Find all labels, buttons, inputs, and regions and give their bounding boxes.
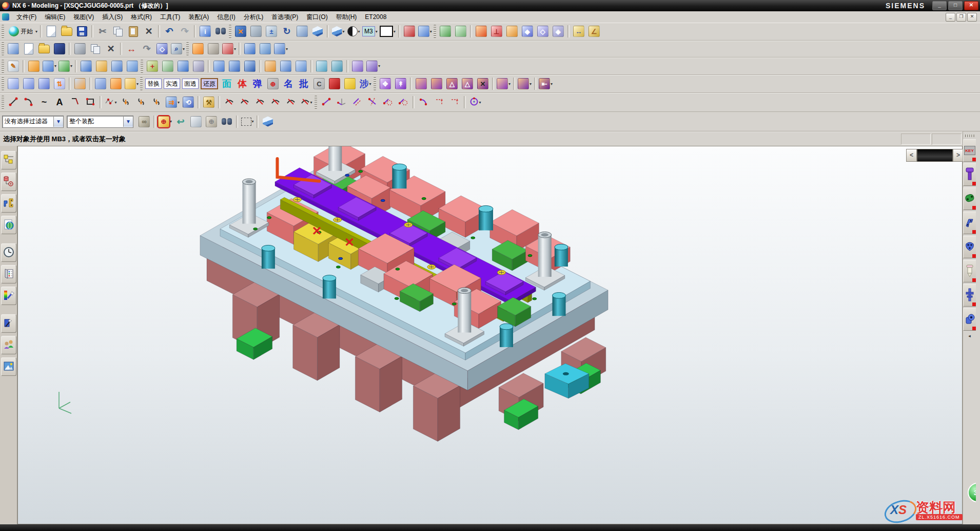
split-body-icon[interactable]	[330, 59, 344, 73]
mirror-feature-icon[interactable]: ▾	[366, 59, 381, 73]
palettes-button[interactable]	[1, 357, 16, 376]
new-icon[interactable]	[44, 24, 58, 39]
dropdown-arrow-icon[interactable]: ▾	[178, 100, 180, 105]
pilot-part-button[interactable]	[963, 260, 976, 282]
pin-part-button[interactable]	[963, 284, 976, 307]
delete-icon[interactable]: ✕	[142, 24, 156, 39]
sequence-icon[interactable]	[206, 42, 221, 56]
unite-icon[interactable]	[212, 59, 226, 73]
spring-tool[interactable]: 弹	[250, 77, 265, 91]
snap-point-icon[interactable]: ⊕▾	[158, 115, 172, 129]
revolve-icon[interactable]	[94, 59, 109, 73]
face-tool[interactable]: 面	[220, 77, 234, 91]
menu-item-9[interactable]: 首选项(P)	[267, 12, 302, 22]
explosion-icon[interactable]	[191, 42, 205, 56]
graphics-viewport[interactable]: ✕✕ < > XS 资料网 ZL.X51616.COM	[17, 146, 963, 524]
batch-tool[interactable]: 批	[297, 77, 311, 91]
edit-cross-section-icon[interactable]: ⇤▾	[538, 77, 553, 91]
sketch-circle-icon[interactable]: ▾	[468, 95, 482, 109]
body-tool[interactable]: 体	[235, 77, 249, 91]
shaded-cube-icon[interactable]	[261, 115, 275, 129]
replace-face-icon[interactable]	[429, 77, 444, 91]
redo-icon[interactable]: ↷	[178, 24, 192, 39]
dropdown-arrow-icon[interactable]: ▾	[310, 100, 312, 105]
menu-item-6[interactable]: 装配(A)	[184, 12, 213, 22]
new-window-icon[interactable]	[402, 24, 417, 39]
dropdown-arrow-icon[interactable]: ▾	[508, 82, 511, 86]
menu-item-11[interactable]: 帮助(H)	[332, 12, 361, 22]
datum-display-icon[interactable]	[474, 24, 488, 39]
zoom-icon[interactable]: ±	[264, 24, 279, 39]
chevron-down-icon[interactable]: ▼	[53, 117, 63, 127]
copy-icon[interactable]	[111, 24, 125, 39]
dropdown-arrow-icon[interactable]: ▾	[170, 119, 172, 124]
block-icon[interactable]	[27, 59, 41, 73]
wave-geometry-icon[interactable]	[73, 42, 87, 56]
interpart-link-icon[interactable]: ∞	[137, 115, 151, 129]
menu-item-10[interactable]: 窗口(O)	[302, 12, 331, 22]
replace-button[interactable]: 替换	[145, 77, 162, 91]
line-icon[interactable]	[6, 95, 21, 109]
show-hide-icon[interactable]: ◆	[520, 24, 535, 39]
wcs-dynamics-icon[interactable]: ⊥	[489, 24, 504, 39]
hole-icon[interactable]	[110, 59, 124, 73]
extrude-icon[interactable]	[79, 59, 93, 73]
unwrap-icon[interactable]: ⟲	[181, 95, 195, 109]
mdi-minimize-button[interactable]: _	[946, 13, 955, 22]
dropdown-arrow-icon[interactable]: ▾	[430, 29, 432, 34]
subtract-icon[interactable]	[227, 59, 242, 73]
save-icon[interactable]	[75, 24, 89, 39]
trim-curve-icon[interactable]	[222, 95, 237, 109]
maximize-button[interactable]: □	[948, 1, 963, 10]
dropdown-arrow-icon[interactable]: ▾	[530, 82, 532, 86]
undo-selection-icon[interactable]: ⊕	[204, 115, 219, 129]
open-assembly-icon[interactable]	[37, 42, 51, 56]
pull-face-icon[interactable]: ↟	[394, 77, 408, 91]
check-clearance-icon[interactable]: ⌕▾	[170, 42, 185, 56]
zoom-window-icon[interactable]	[249, 24, 263, 39]
orient-view-icon[interactable]: ▾	[331, 24, 345, 39]
point-set-icon[interactable]: ▾	[104, 95, 118, 109]
constraint-navigator-button[interactable]	[1, 173, 16, 191]
resize-face-icon[interactable]: △	[460, 77, 475, 91]
two-circle-icon[interactable]	[396, 95, 410, 109]
dropdown-arrow-icon[interactable]: ▾	[114, 100, 116, 105]
menu-item-1[interactable]: 编辑(E)	[41, 12, 69, 22]
arrangements-icon[interactable]: ▾	[222, 42, 237, 56]
through-curve-mesh-icon[interactable]	[37, 77, 51, 91]
instance-feature-icon[interactable]	[350, 59, 365, 73]
dropdown-arrow-icon[interactable]: ▾	[35, 29, 37, 34]
sketch-arc-icon[interactable]	[417, 95, 431, 109]
pan-icon[interactable]	[295, 24, 309, 39]
tangent-circle-icon[interactable]	[381, 95, 395, 109]
ruled-surface-icon[interactable]	[6, 77, 21, 91]
m3-button[interactable]: M3▾	[362, 24, 378, 39]
copy-tool[interactable]: C	[312, 77, 326, 91]
link-part-button[interactable]	[963, 187, 976, 210]
dropdown-arrow-icon[interactable]: ▾	[286, 47, 288, 51]
spline-icon[interactable]: ~	[37, 95, 51, 109]
interference-tool[interactable]: 涉▾	[358, 77, 373, 91]
offset-region-icon[interactable]	[414, 77, 428, 91]
measure-distance-icon[interactable]: ↔	[572, 24, 586, 39]
dropdown-arrow-icon[interactable]: ▾	[343, 29, 345, 34]
solid-translucent-button[interactable]: 实透	[163, 77, 181, 91]
bracket-part-button[interactable]	[963, 212, 976, 234]
scroll-up-icon[interactable]: ◂	[968, 333, 971, 338]
bounded-plane-icon[interactable]: ▾	[124, 77, 139, 91]
dropdown-arrow-icon[interactable]: ▾	[394, 29, 396, 34]
through-curves-icon[interactable]	[22, 77, 36, 91]
shell-icon[interactable]	[176, 59, 190, 73]
find-in-tree-icon[interactable]	[220, 115, 234, 129]
assembly-constraints-icon[interactable]: ◇	[155, 42, 169, 56]
start-button[interactable]: 开始▾	[6, 24, 38, 39]
wizard-button[interactable]	[1, 314, 16, 333]
resize-blend-icon[interactable]: △	[445, 77, 459, 91]
window-icon[interactable]: ▾	[418, 24, 433, 39]
sketch-csys-icon[interactable]	[335, 95, 349, 109]
arc-icon[interactable]	[22, 95, 36, 109]
roles-button[interactable]	[1, 336, 16, 354]
combined-projection-icon[interactable]	[134, 95, 149, 109]
trim-body-icon[interactable]	[315, 59, 329, 73]
styled-blend-icon[interactable]	[93, 77, 108, 91]
